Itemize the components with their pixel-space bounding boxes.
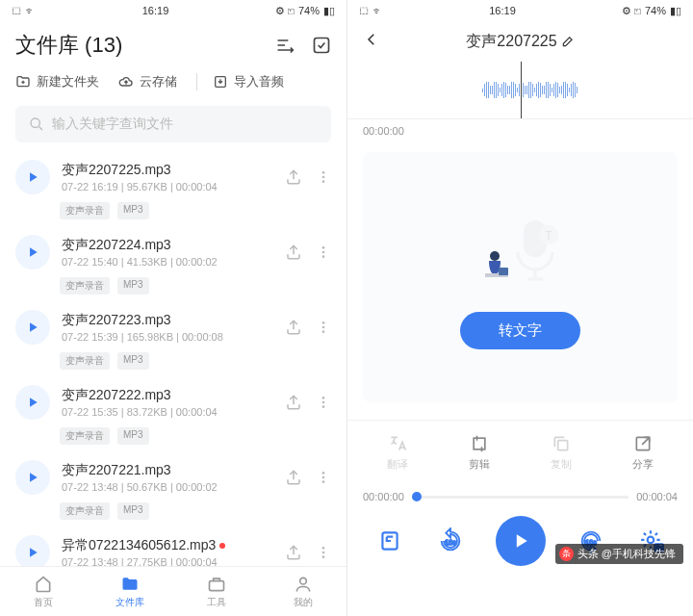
play-file-button[interactable]: [15, 460, 50, 495]
file-meta: 07-22 15:39 | 165.98KB | 00:00:08: [62, 331, 285, 343]
file-item[interactable]: 变声2207225.mp307-22 16:19 | 95.67KB | 00:…: [0, 150, 346, 198]
file-item[interactable]: 变声2207224.mp307-22 15:40 | 41.53KB | 00:…: [0, 225, 346, 273]
svg-point-17: [322, 480, 325, 483]
svg-text:T: T: [545, 229, 552, 243]
more-icon[interactable]: [316, 244, 331, 260]
nav-home[interactable]: 首页: [0, 567, 87, 616]
player-screen: ⬚ ᯤ 16:19 ⚙ ⏍ 74%▮▯ 变声2207225 00:00:00 T…: [346, 0, 693, 616]
file-item[interactable]: 变声2207222.mp307-22 15:35 | 83.72KB | 00:…: [0, 375, 346, 424]
svg-rect-28: [499, 268, 508, 275]
more-icon[interactable]: [316, 545, 331, 560]
svg-point-9: [322, 321, 325, 324]
share-icon[interactable]: [285, 469, 302, 486]
file-name: 变声2207223.mp3: [62, 312, 285, 329]
folder-icon: [120, 575, 140, 594]
edit-icon[interactable]: [561, 35, 575, 48]
transcribe-button[interactable]: 转文字: [460, 312, 580, 349]
import-audio-button[interactable]: 导入音频: [213, 73, 284, 90]
total-time: 00:00:04: [636, 491, 678, 502]
tag: 变声录音: [60, 202, 110, 219]
status-time: 16:19: [142, 5, 169, 16]
svg-point-26: [490, 251, 500, 261]
svg-point-13: [322, 401, 325, 404]
translate-icon: [388, 434, 407, 453]
svg-point-4: [322, 176, 325, 179]
file-meta: 07-22 13:48 | 27.75KB | 00:00:04: [62, 556, 285, 566]
svg-point-19: [322, 552, 325, 554]
flag-icon: [377, 528, 402, 553]
svg-point-2: [31, 118, 39, 127]
file-name: 变声2207221.mp3: [62, 462, 285, 479]
share-icon[interactable]: [285, 168, 302, 186]
svg-rect-0: [315, 38, 329, 53]
svg-point-11: [322, 330, 325, 333]
tag: MP3: [117, 502, 149, 520]
rewind-icon: 10s: [437, 527, 464, 554]
copy-icon: [552, 434, 571, 453]
file-item[interactable]: 异常0722134605612.mp307-22 13:48 | 27.75KB…: [0, 526, 346, 566]
status-bar: ⬚ ᯤ 16:19 ⚙ ⏍ 74%▮▯: [0, 0, 346, 21]
nav-tools[interactable]: 工具: [173, 567, 260, 616]
file-list: 变声2207225.mp307-22 16:19 | 95.67KB | 00:…: [0, 150, 346, 566]
select-icon[interactable]: [312, 36, 331, 55]
current-time: 00:00:00: [363, 491, 404, 502]
tag: MP3: [117, 277, 149, 295]
play-file-button[interactable]: [15, 310, 50, 345]
cloud-icon: [118, 74, 134, 90]
svg-rect-21: [210, 580, 224, 590]
person-illustration: [477, 246, 516, 285]
more-icon[interactable]: [316, 320, 331, 335]
share-icon[interactable]: [285, 319, 302, 336]
sort-icon[interactable]: [275, 36, 295, 55]
play-file-button[interactable]: [15, 535, 50, 566]
play-file-button[interactable]: [15, 385, 50, 420]
file-meta: 07-22 16:19 | 95.67KB | 00:00:04: [62, 181, 285, 192]
share-icon[interactable]: [285, 244, 302, 261]
file-item[interactable]: 变声2207223.mp307-22 15:39 | 165.98KB | 00…: [0, 300, 346, 348]
play-file-button[interactable]: [15, 160, 50, 194]
nav-mine[interactable]: 我的: [260, 567, 346, 616]
trim-tool[interactable]: 剪辑: [439, 434, 521, 472]
progress-slider[interactable]: [412, 496, 629, 499]
waveform[interactable]: [347, 62, 693, 119]
more-icon[interactable]: [316, 395, 331, 410]
new-folder-button[interactable]: 新建文件夹: [15, 73, 99, 90]
waveform-time: 00:00:00: [347, 119, 693, 142]
file-name: 变声2207225.mp3: [62, 162, 285, 179]
file-meta: 07-22 13:48 | 50.67KB | 00:00:02: [62, 481, 285, 493]
flag-button[interactable]: [374, 526, 405, 556]
watermark: 条头条 @手机科技先锋: [555, 544, 683, 564]
share-icon[interactable]: [285, 544, 302, 561]
file-name: 异常0722134605612.mp3: [62, 537, 285, 554]
person-icon: [294, 575, 313, 594]
more-icon[interactable]: [316, 169, 331, 185]
share-icon[interactable]: [285, 394, 302, 411]
svg-point-7: [322, 251, 325, 254]
file-item[interactable]: 变声2207221.mp307-22 13:48 | 50.67KB | 00:…: [0, 450, 346, 499]
share-icon: [633, 434, 653, 453]
status-bar: ⬚ ᯤ 16:19 ⚙ ⏍ 74%▮▯: [347, 0, 693, 21]
bottom-nav: 首页 文件库 工具 我的: [0, 566, 346, 616]
svg-point-18: [322, 547, 325, 550]
search-input[interactable]: 输入关键字查询文件: [15, 106, 331, 142]
svg-rect-30: [558, 441, 568, 450]
back-button[interactable]: [363, 31, 386, 52]
nav-files[interactable]: 文件库: [87, 567, 173, 616]
share-tool[interactable]: 分享: [602, 434, 683, 472]
svg-point-8: [322, 255, 325, 258]
transcribe-panel: T 转文字: [363, 152, 678, 402]
translate-tool: 翻译: [357, 434, 439, 472]
play-file-button[interactable]: [15, 235, 50, 270]
import-icon: [213, 74, 228, 90]
play-button[interactable]: [496, 516, 546, 566]
more-icon[interactable]: [316, 470, 331, 485]
svg-point-16: [322, 476, 325, 479]
play-icon: [511, 531, 530, 551]
svg-point-15: [322, 472, 325, 475]
file-library-screen: ⬚ ᯤ 16:19 ⚙ ⏍ 74%▮▯ 文件库 (13) 新建文件夹 云存储 导…: [0, 0, 346, 616]
scissors-icon: [470, 434, 489, 453]
rewind-10s-button[interactable]: 10s: [435, 526, 466, 556]
cloud-storage-button[interactable]: 云存储: [118, 73, 177, 90]
svg-point-6: [322, 246, 325, 249]
copy-tool: 复制: [521, 434, 603, 472]
